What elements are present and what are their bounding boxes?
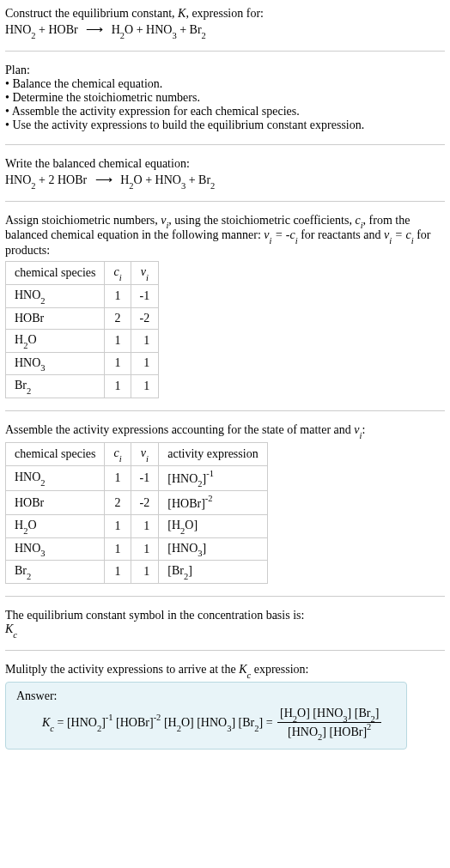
stoich-block: Assign stoichiometric numbers, νi, using…: [5, 214, 445, 399]
prompt-K: K: [178, 7, 185, 20]
plan-item-text: Determine the stoichiometric numbers.: [12, 91, 200, 104]
col-vi: νi: [131, 442, 159, 465]
plan-item-text: Balance the chemical equation.: [12, 77, 162, 90]
plan-item: • Determine the stoichiometric numbers.: [5, 91, 445, 105]
cell-species: Br2: [6, 561, 105, 584]
col-species: chemical species: [6, 262, 105, 285]
nu-i: νi: [161, 214, 168, 227]
cell-ci: 2: [105, 307, 131, 329]
cell-ci: 1: [105, 561, 131, 584]
cell-ci: 1: [105, 375, 131, 398]
table-row: Br2 1 1 [Br2]: [6, 561, 268, 584]
multiply-text: Mulitply the activity expressions to arr…: [5, 663, 445, 678]
cell-activity: [H2O]: [159, 514, 267, 537]
cell-species: HOBr: [6, 491, 105, 515]
table-row: HNO2 1 -1: [6, 284, 159, 307]
cell-vi: 1: [131, 561, 159, 584]
prompt-block: Construct the equilibrium constant, K, e…: [5, 7, 445, 39]
prompt-text-a: Construct the equilibrium constant,: [5, 7, 178, 20]
col-activity: activity expression: [159, 442, 267, 465]
cell-ci: 1: [105, 465, 131, 490]
table-row: H2O 1 1 [H2O]: [6, 514, 268, 537]
t: , using the stoichiometric coefficients,: [168, 214, 355, 227]
col-species: chemical species: [6, 442, 105, 465]
c-i: ci: [355, 214, 362, 227]
balanced-block: Write the balanced chemical equation: HN…: [5, 157, 445, 189]
divider: [5, 51, 445, 52]
cell-species: H2O: [6, 329, 105, 352]
cell-ci: 1: [105, 537, 131, 561]
t: for reactants and: [298, 228, 384, 241]
cell-vi: 1: [131, 514, 159, 537]
table-header-row: chemical species ci νi activity expressi…: [6, 442, 268, 465]
t: Assign stoichiometric numbers,: [5, 214, 161, 227]
answer-box: Answer: Kc = [HNO2]-1 [HOBr]-2 [H2O] [HN…: [5, 682, 407, 750]
prompt-line1: Construct the equilibrium constant, K, e…: [5, 7, 445, 21]
table-row: HNO3 1 1 [HNO3]: [6, 537, 268, 561]
divider: [5, 596, 445, 597]
cell-ci: 1: [105, 514, 131, 537]
t: Assemble the activity expressions accoun…: [5, 423, 354, 436]
cell-vi: -2: [131, 491, 159, 515]
eq: νi = ci: [384, 228, 414, 241]
cell-ci: 2: [105, 491, 131, 515]
balanced-header: Write the balanced chemical equation:: [5, 157, 445, 171]
divider: [5, 410, 445, 411]
stoich-text: Assign stoichiometric numbers, νi, using…: [5, 214, 445, 258]
fraction: [H2O] [HNO3] [Br2] [HNO2] [HOBr]2: [277, 707, 381, 740]
activity-block: Assemble the activity expressions accoun…: [5, 423, 445, 584]
table-header-row: chemical species ci νi: [6, 262, 159, 285]
plan-item: • Balance the chemical equation.: [5, 77, 445, 91]
divider: [5, 144, 445, 145]
cell-activity: [HOBr]-2: [159, 491, 267, 515]
divider: [5, 650, 445, 651]
col-vi: νi: [131, 262, 159, 285]
multiply-block: Mulitply the activity expressions to arr…: [5, 663, 445, 750]
cell-vi: -2: [131, 307, 159, 329]
plan-header: Plan:: [5, 64, 445, 77]
plan-item-text: Assemble the activity expression for eac…: [12, 105, 300, 118]
cell-species: HNO3: [6, 537, 105, 561]
eqconst-symbol-block: The equilibrium constant symbol in the c…: [5, 609, 445, 638]
table-row: HNO3 1 1: [6, 352, 159, 375]
table-row: H2O 1 1: [6, 329, 159, 352]
eq: νi = -ci: [264, 228, 297, 241]
cell-activity: [Br2]: [159, 561, 267, 584]
col-ci: ci: [105, 442, 131, 465]
table-row: HOBr 2 -2: [6, 307, 159, 329]
plan-block: Plan: • Balance the chemical equation. •…: [5, 64, 445, 132]
cell-species: HOBr: [6, 307, 105, 329]
cell-species: HNO2: [6, 284, 105, 307]
balanced-equation: HNO2 + 2 HOBr ⟶ H2O + HNO3 + Br2: [5, 173, 445, 189]
cell-activity: [HNO3]: [159, 537, 267, 561]
cell-species: Br2: [6, 375, 105, 398]
cell-vi: 1: [131, 329, 159, 352]
cell-vi: -1: [131, 465, 159, 490]
t: Mulitply the activity expressions to arr…: [5, 663, 239, 676]
cell-vi: 1: [131, 352, 159, 375]
plan-item-text: Use the activity expressions to build th…: [12, 118, 364, 131]
eqconst-symbol-text: The equilibrium constant symbol in the c…: [5, 609, 445, 622]
col-ci: ci: [105, 262, 131, 285]
cell-activity: [HNO2]-1: [159, 465, 267, 490]
prompt-text-b: , expression for:: [185, 7, 264, 20]
cell-species: H2O: [6, 514, 105, 537]
cell-vi: -1: [131, 284, 159, 307]
activity-text: Assemble the activity expressions accoun…: [5, 423, 445, 439]
cell-ci: 1: [105, 352, 131, 375]
table-row: HOBr 2 -2 [HOBr]-2: [6, 491, 268, 515]
answer-label: Answer:: [16, 689, 396, 703]
Kc: Kc: [239, 663, 251, 676]
cell-ci: 1: [105, 284, 131, 307]
cell-vi: 1: [131, 375, 159, 398]
Kc-symbol: Kc: [5, 622, 445, 638]
cell-ci: 1: [105, 329, 131, 352]
divider: [5, 201, 445, 202]
stoich-table: chemical species ci νi HNO2 1 -1 HOBr 2 …: [5, 261, 159, 398]
cell-species: HNO2: [6, 465, 105, 490]
plan-item: • Use the activity expressions to build …: [5, 118, 445, 132]
activity-table: chemical species ci νi activity expressi…: [5, 442, 268, 584]
cell-vi: 1: [131, 537, 159, 561]
t: expression:: [251, 663, 308, 676]
prompt-equation: HNO2 + HOBr ⟶ H2O + HNO3 + Br2: [5, 22, 445, 39]
